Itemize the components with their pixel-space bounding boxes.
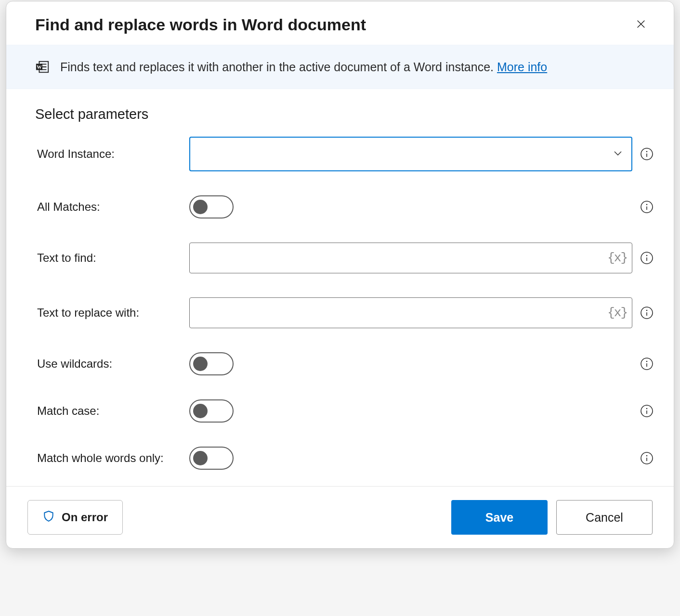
info-bar: W Finds text and replaces it with anothe… bbox=[6, 45, 674, 89]
word-instance-select[interactable] bbox=[189, 137, 632, 171]
svg-point-18 bbox=[646, 310, 648, 311]
more-info-link[interactable]: More info bbox=[497, 60, 547, 74]
toggle-knob bbox=[193, 200, 208, 214]
all-matches-label: All Matches: bbox=[35, 200, 189, 214]
match-whole-words-label: Match whole words only: bbox=[35, 451, 189, 465]
svg-point-27 bbox=[646, 455, 648, 457]
match-whole-words-info-icon[interactable] bbox=[640, 451, 654, 465]
match-whole-words-toggle[interactable] bbox=[189, 447, 234, 470]
save-button[interactable]: Save bbox=[451, 500, 548, 535]
use-wildcards-toggle[interactable] bbox=[189, 352, 234, 375]
info-text: Finds text and replaces it with another … bbox=[60, 60, 547, 74]
word-instance-label: Word Instance: bbox=[35, 147, 189, 161]
text-to-find-input[interactable]: {x} bbox=[189, 243, 632, 273]
dialog-body: Select parameters Word Instance: bbox=[6, 89, 674, 486]
text-to-replace-label: Text to replace with: bbox=[35, 306, 189, 320]
close-icon bbox=[636, 19, 646, 31]
toggle-knob bbox=[193, 451, 208, 465]
toggle-knob bbox=[193, 404, 208, 418]
find-replace-dialog: Find and replace words in Word document bbox=[6, 1, 674, 549]
dialog-header: Find and replace words in Word document bbox=[6, 1, 674, 45]
chevron-down-icon bbox=[612, 147, 624, 161]
dialog-title: Find and replace words in Word document bbox=[35, 15, 366, 34]
section-title: Select parameters bbox=[35, 106, 645, 122]
on-error-label: On error bbox=[62, 511, 108, 524]
svg-text:W: W bbox=[37, 64, 42, 70]
svg-point-9 bbox=[646, 151, 648, 153]
text-to-find-label: Text to find: bbox=[35, 251, 189, 265]
svg-point-21 bbox=[646, 361, 648, 362]
dialog-footer: On error Save Cancel bbox=[6, 486, 674, 548]
use-wildcards-label: Use wildcards: bbox=[35, 357, 189, 371]
match-case-info-icon[interactable] bbox=[640, 404, 654, 418]
on-error-button[interactable]: On error bbox=[27, 500, 123, 535]
variable-icon[interactable]: {x} bbox=[607, 306, 627, 320]
info-description: Finds text and replaces it with another … bbox=[60, 60, 497, 74]
svg-point-12 bbox=[646, 204, 648, 205]
match-case-label: Match case: bbox=[35, 404, 189, 418]
text-to-find-info-icon[interactable] bbox=[640, 251, 654, 265]
toggle-knob bbox=[193, 357, 208, 371]
svg-point-24 bbox=[646, 408, 648, 410]
footer-right: Save Cancel bbox=[451, 500, 653, 535]
word-icon: W bbox=[35, 60, 50, 74]
use-wildcards-info-icon[interactable] bbox=[640, 357, 654, 371]
variable-icon[interactable]: {x} bbox=[607, 251, 627, 265]
text-to-replace-info-icon[interactable] bbox=[640, 306, 654, 320]
all-matches-toggle[interactable] bbox=[189, 195, 234, 218]
all-matches-info-icon[interactable] bbox=[640, 200, 654, 214]
cancel-button[interactable]: Cancel bbox=[556, 500, 653, 535]
parameters-form: Word Instance: bbox=[35, 137, 645, 470]
close-button[interactable] bbox=[631, 15, 651, 34]
match-case-toggle[interactable] bbox=[189, 399, 234, 423]
text-to-replace-input[interactable]: {x} bbox=[189, 297, 632, 328]
shield-icon bbox=[42, 510, 55, 525]
svg-point-15 bbox=[646, 255, 648, 257]
word-instance-info-icon[interactable] bbox=[640, 147, 654, 161]
